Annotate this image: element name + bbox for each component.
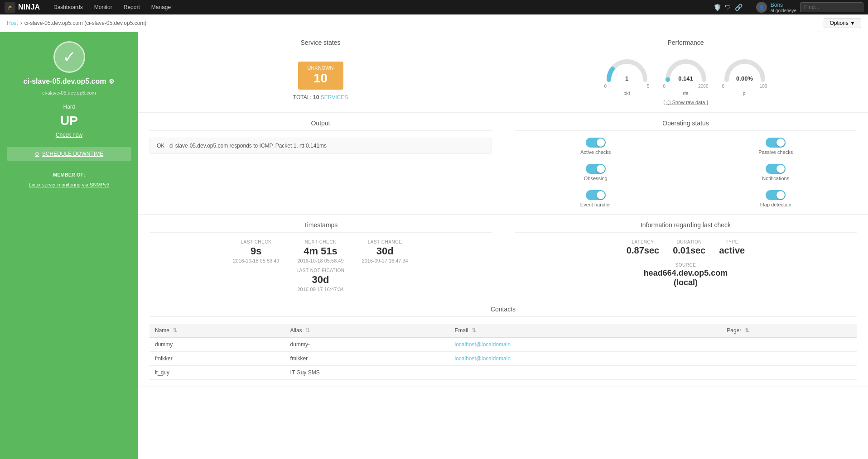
top-nav: 🥷 NINJA Dashboards Monitor Report Manage… — [0, 0, 868, 14]
toggle-active-checks-track — [586, 138, 606, 148]
gauge-rta-minmax: 0 2000 — [663, 84, 709, 89]
nav-dashboards[interactable]: Dashboards — [49, 2, 87, 12]
source-value: head664.dev.op5.com(local) — [644, 268, 728, 287]
link-icon[interactable]: 🔗 — [735, 4, 743, 11]
latency-item: LATENCY 0.87sec — [627, 239, 659, 256]
toggle-obsessing: Obsessing — [584, 164, 608, 181]
logo-icon: 🥷 — [5, 2, 15, 13]
gauge-pl-label: pl — [743, 91, 747, 96]
toggle-passive-checks-control[interactable] — [766, 138, 786, 148]
toggle-active-checks-label: Active checks — [580, 149, 611, 155]
next-check-label: NEXT CHECK — [305, 239, 336, 244]
performance-section: Performance 1 0 5 — [503, 32, 868, 112]
col-name[interactable]: Name ⇅ — [149, 324, 285, 338]
schedule-downtime-button[interactable]: ⊙ SCHEDULE DOWNTIME — [7, 147, 131, 161]
last-check-label: LAST CHECK — [241, 239, 272, 244]
main-content: Service states UNKNOWN 10 TOTAL: 10 SERV… — [138, 32, 868, 459]
contact-name: it_guy — [149, 366, 285, 380]
gauge-pl-value: 0.00% — [736, 75, 753, 82]
search-input[interactable] — [800, 2, 863, 12]
breadcrumb-separator: › — [20, 20, 22, 26]
timestamps-lastcheck-row: Timestamps LAST CHECK 9s 2016-10-18 05:5… — [138, 214, 868, 299]
toggle-passive-checks: Passive checks — [758, 138, 793, 155]
host-name: ci-slave-05.dev.op5.com ⚙ — [24, 77, 115, 86]
contact-email-link[interactable]: localhost@localdomain — [454, 355, 511, 362]
sort-email-icon: ⇅ — [472, 327, 476, 334]
shield-icon[interactable]: 🛡 — [725, 4, 731, 11]
shield-alert-icon[interactable]: 🛡️ — [714, 4, 721, 11]
last-notification-value: 30d — [312, 274, 329, 286]
unknown-count: 10 — [307, 71, 334, 86]
col-email[interactable]: Email ⇅ — [449, 324, 721, 338]
contact-alias: fmikker — [285, 352, 449, 366]
contact-alias: dummy- — [285, 338, 449, 352]
username[interactable]: Boris — [771, 2, 796, 8]
toggle-notifications-track — [766, 164, 786, 174]
toggle-passive-checks-label: Passive checks — [758, 149, 793, 155]
check-now-link[interactable]: Check now — [56, 132, 82, 138]
timestamp-last-notification: LAST NOTIFICATION 30d 2016-09-17 16:47:3… — [149, 268, 492, 292]
source-item: SOURCE head664.dev.op5.com(local) — [515, 263, 857, 287]
toggle-obsessing-track — [586, 164, 606, 174]
gauge-rta-arc: 0.141 — [663, 57, 709, 82]
contact-name: dummy — [149, 338, 285, 352]
logo: 🥷 NINJA — [5, 2, 40, 13]
total-count: 10 — [313, 94, 319, 100]
toggle-active-checks: Active checks — [580, 138, 611, 155]
user-area: 👤 Boris at goldeneye — [756, 2, 863, 13]
contact-email-link[interactable]: localhost@localdomain — [454, 341, 511, 348]
gear-icon[interactable]: ⚙ — [109, 78, 115, 85]
duration-label: DURATION — [677, 239, 702, 244]
toggle-passive-checks-knob — [776, 139, 785, 147]
hostname-text: ci-slave-05.dev.op5.com — [24, 77, 106, 86]
toggle-event-handler-control[interactable] — [586, 190, 606, 200]
contact-pager — [721, 352, 857, 366]
latency-label: LATENCY — [632, 239, 654, 244]
last-notification-date: 2016-09-17 16:47:34 — [297, 287, 343, 292]
sidebar: ✓ ci-slave-05.dev.op5.com ⚙ ci-slave-05.… — [0, 32, 138, 459]
nav-report[interactable]: Report — [119, 2, 145, 12]
show-raw-data[interactable]: [ ⬡ Show raw data ] — [515, 100, 857, 105]
table-row: fmikker fmikker localhost@localdomain — [149, 352, 857, 366]
avatar: 👤 — [756, 2, 767, 13]
options-button[interactable]: Options ▼ — [824, 18, 861, 28]
contact-alias: IT Guy SMS — [285, 366, 449, 380]
toggle-notifications-knob — [776, 165, 785, 173]
toggle-event-handler-label: Event handler — [580, 202, 611, 207]
col-alias[interactable]: Alias ⇅ — [285, 324, 449, 338]
nav-monitor[interactable]: Monitor — [90, 2, 117, 12]
toggle-event-handler-track — [586, 190, 606, 200]
output-text: OK - ci-slave-05.dev.op5.com responds to… — [149, 138, 492, 154]
gauge-pkt-arc: 1 — [604, 57, 650, 82]
performance-title: Performance — [515, 39, 857, 50]
toggle-flap-detection-control[interactable] — [766, 190, 786, 200]
show-raw-link[interactable]: [ ⬡ Show raw data ] — [663, 100, 708, 105]
toggle-obsessing-control[interactable] — [586, 164, 606, 174]
services-link[interactable]: SERVICES — [321, 94, 348, 100]
total-services: TOTAL: 10 SERVICES — [149, 94, 492, 100]
contacts-section: Contacts Name ⇅ Alias ⇅ Email ⇅ Pager ⇅ … — [138, 299, 868, 387]
gauge-rta-label: rta — [683, 91, 689, 96]
total-label: TOTAL: — [293, 94, 312, 100]
toggle-flap-detection-track — [766, 190, 786, 200]
col-pager[interactable]: Pager ⇅ — [721, 324, 857, 338]
toggle-notifications-label: Notifications — [762, 176, 789, 181]
toggle-active-checks-control[interactable] — [586, 138, 606, 148]
toggle-obsessing-label: Obsessing — [584, 176, 608, 181]
toggle-grid: Active checks Passive checks — [515, 138, 857, 207]
last-check-grid: LATENCY 0.87sec DURATION 0.01sec TYPE ac… — [515, 239, 857, 256]
member-of-link[interactable]: Linux server monitoring via SNMPv3 — [29, 182, 110, 187]
breadcrumb-host[interactable]: Host — [7, 20, 18, 26]
status-circle: ✓ — [53, 41, 85, 73]
last-change-label: LAST CHANGE — [368, 239, 402, 244]
service-states-title: Service states — [149, 39, 492, 50]
gauge-pkt-label: pkt — [623, 91, 630, 96]
nav-manage[interactable]: Manage — [147, 2, 175, 12]
last-check-date: 2016-10-18 05:53:49 — [233, 258, 279, 263]
gauges: 1 0 5 pkt — [515, 57, 857, 96]
toggle-notifications-control[interactable] — [766, 164, 786, 174]
gauge-pkt-value: 1 — [625, 75, 628, 82]
breadcrumb: Host › ci-slave-05.dev.op5.com (ci-slave… — [0, 14, 868, 32]
last-change-value: 30d — [376, 245, 394, 257]
toggle-flap-detection: Flap detection — [760, 190, 791, 207]
